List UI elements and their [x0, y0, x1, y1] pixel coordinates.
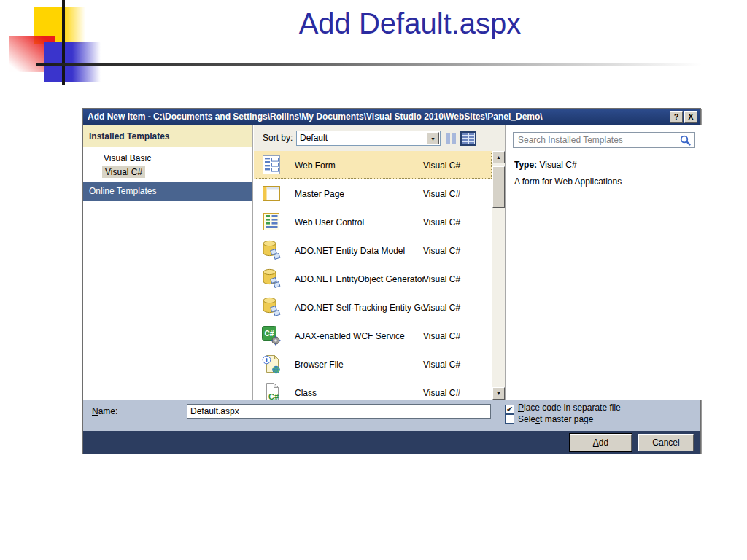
dialog-button-bar: Add Cancel — [83, 431, 700, 454]
add-new-item-dialog: Add New Item - C:\Documents and Settings… — [82, 108, 701, 454]
sort-by-dropdown[interactable]: Default ▼ — [296, 131, 441, 146]
svg-text:C#: C# — [265, 330, 274, 338]
type-line: Type: Visual C# — [514, 160, 577, 170]
name-input[interactable] — [187, 404, 491, 419]
dialog-body: Installed Templates Visual Basic Visual … — [83, 125, 700, 400]
template-language: Visual C# — [423, 217, 460, 228]
template-item-ajax-enabled-wcf-service[interactable]: C#AJAX-enabled WCF ServiceVisual C# — [254, 322, 492, 350]
dialog-titlebar[interactable]: Add New Item - C:\Documents and Settings… — [83, 109, 700, 125]
browser-file-icon: i — [261, 354, 282, 374]
sort-row: Sort by: Default ▼ — [254, 125, 505, 151]
entity-data-model-icon — [261, 297, 282, 317]
template-info-panel: Search Installed Templates Type: Visual … — [505, 125, 702, 400]
cancel-button[interactable]: Cancel — [638, 434, 694, 451]
template-item-browser-file[interactable]: iBrowser FileVisual C# — [254, 350, 492, 378]
template-name: Web User Control — [295, 217, 364, 228]
slide-title: Add Default.aspx — [73, 7, 747, 40]
template-language: Visual C# — [423, 388, 460, 398]
dropdown-arrow-icon[interactable]: ▼ — [427, 132, 439, 144]
sidebar-item-visual-csharp[interactable]: Visual C# — [102, 166, 145, 178]
template-language: Visual C# — [423, 246, 460, 256]
template-name: Browser File — [295, 359, 344, 370]
scrollbar-up-icon[interactable]: ▲ — [492, 151, 505, 163]
template-list-scrollbar[interactable]: ▲ ▼ — [492, 151, 505, 400]
ajax-wcf-icon: C# — [261, 325, 282, 346]
master-page-icon — [261, 183, 282, 203]
template-list: Web FormVisual C#Master PageVisual C#Web… — [254, 151, 492, 400]
option-label: Place code in separate file — [518, 402, 621, 413]
template-item-master-page[interactable]: Master PageVisual C# — [254, 179, 492, 208]
type-label: Type: — [514, 160, 537, 170]
titlebar-buttons: ? X — [670, 111, 697, 122]
template-item-class[interactable]: C#ClassVisual C# — [254, 378, 492, 400]
template-name: AJAX-enabled WCF Service — [295, 331, 405, 341]
options-list: ✔Place code in separate fileSelect maste… — [505, 402, 700, 424]
template-item-ado-net-entityobject-generator[interactable]: ADO.NET EntityObject GeneratorVisual C# — [254, 265, 492, 293]
help-button[interactable]: ? — [670, 111, 683, 122]
web-form-icon — [261, 155, 282, 175]
csharp-class-icon: C# — [261, 382, 282, 400]
option-select-master-page[interactable]: Select master page — [505, 414, 593, 424]
template-item-ado-net-self-tracking-entity-ge[interactable]: ADO.NET Self-Tracking Entity Ge...Visual… — [254, 293, 492, 322]
template-name: Class — [295, 388, 317, 398]
close-button[interactable]: X — [684, 111, 697, 122]
dialog-title-text: Add New Item - C:\Documents and Settings… — [88, 112, 543, 122]
template-language: Visual C# — [423, 160, 460, 171]
option-place-code-in-separate-file[interactable]: ✔Place code in separate file — [505, 402, 621, 413]
templates-nav-panel: Installed Templates Visual Basic Visual … — [83, 125, 253, 400]
sidebar-item-visual-basic[interactable]: Visual Basic — [104, 153, 151, 163]
entity-data-model-icon — [261, 240, 282, 260]
template-name: ADO.NET EntityObject Generator — [295, 274, 425, 284]
template-language: Visual C# — [423, 303, 460, 313]
template-language: Visual C# — [423, 189, 460, 199]
svg-text:C#: C# — [268, 392, 279, 400]
template-item-web-user-control[interactable]: Web User ControlVisual C# — [254, 208, 492, 236]
decoration-horizontal-rule — [36, 63, 715, 66]
online-templates-header[interactable]: Online Templates — [83, 182, 252, 201]
decoration-blue-square — [44, 42, 101, 82]
template-name: ADO.NET Self-Tracking Entity Ge... — [295, 303, 433, 313]
installed-templates-header[interactable]: Installed Templates — [83, 125, 252, 147]
template-name: ADO.NET Entity Data Model — [295, 246, 405, 256]
list-view-button[interactable] — [460, 131, 476, 146]
template-list-panel: Sort by: Default ▼ Web FormVisual C#Mast… — [254, 125, 505, 400]
template-name: Master Page — [295, 189, 344, 199]
web-user-control-icon — [261, 211, 282, 232]
decoration-vertical-line — [62, 0, 65, 85]
name-label: Name: — [92, 406, 117, 416]
scrollbar-down-icon[interactable]: ▼ — [492, 387, 505, 400]
template-item-web-form[interactable]: Web FormVisual C# — [254, 151, 492, 179]
template-language: Visual C# — [423, 274, 460, 284]
template-name: Web Form — [295, 160, 336, 171]
list-view-icon — [462, 133, 474, 144]
search-input[interactable]: Search Installed Templates — [513, 132, 695, 148]
add-button[interactable]: Add — [570, 434, 632, 451]
type-value: Visual C# — [539, 160, 576, 170]
checkbox-unchecked-icon[interactable] — [505, 414, 514, 424]
checkbox-checked-icon[interactable]: ✔ — [505, 405, 514, 414]
scrollbar-thumb[interactable] — [492, 166, 505, 208]
template-language: Visual C# — [423, 331, 460, 341]
name-row: Name: ✔Place code in separate fileSelect… — [83, 400, 700, 431]
template-item-ado-net-entity-data-model[interactable]: ADO.NET Entity Data ModelVisual C# — [254, 236, 492, 265]
medium-icons-view-button[interactable] — [444, 131, 457, 146]
template-language: Visual C# — [423, 359, 460, 370]
sort-by-value: Default — [300, 133, 328, 143]
sort-by-label: Sort by: — [263, 133, 293, 143]
medium-icons-icon — [446, 133, 456, 144]
search-icon[interactable] — [680, 135, 691, 146]
search-placeholder: Search Installed Templates — [518, 135, 623, 145]
option-label: Select master page — [518, 414, 593, 424]
template-description: A form for Web Applications — [514, 176, 622, 187]
entity-data-model-icon — [261, 268, 282, 289]
